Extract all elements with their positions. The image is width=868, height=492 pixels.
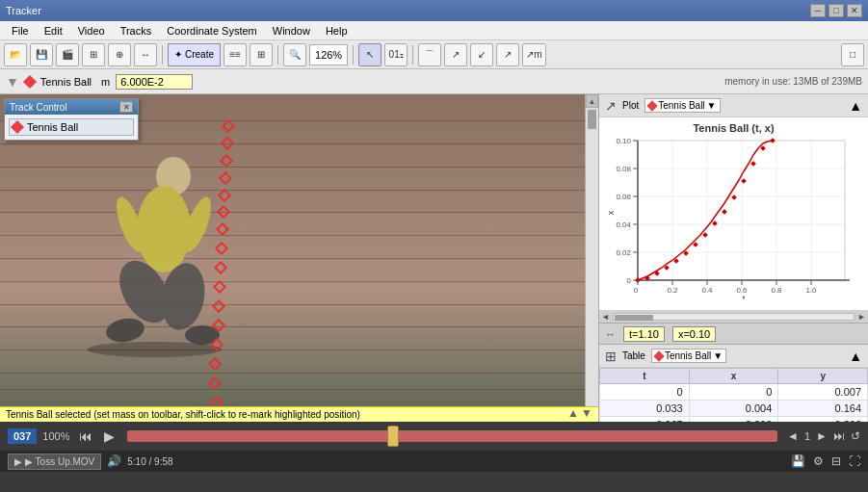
plot-chart-icon: ↗ [605, 98, 617, 114]
create-button[interactable]: ✦ Create [168, 43, 221, 66]
table-dropdown-diamond [653, 350, 664, 361]
table-collapse-button[interactable]: ▲ [849, 349, 862, 364]
svg-text:0.10: 0.10 [616, 137, 631, 145]
track-button4[interactable]: ↗m [522, 43, 545, 66]
track-list-item[interactable]: Tennis Ball [9, 118, 134, 136]
frame-forward-button[interactable]: ► [816, 429, 828, 443]
timeline-thumb[interactable] [387, 426, 399, 447]
track-bar-arrow[interactable]: ▼ [6, 74, 19, 90]
scroll-up-button[interactable]: ▲ [586, 94, 598, 108]
status-scroll-down[interactable]: ▼ [581, 406, 592, 420]
panel-icon[interactable]: ⊟ [831, 454, 841, 468]
col-header-x: x [689, 369, 778, 384]
save-status-icon[interactable]: 💾 [791, 454, 805, 468]
play-pause-button[interactable]: ▶ [101, 428, 118, 444]
plot-dropdown-label: Tennis Ball [658, 100, 704, 111]
clip-button[interactable]: 🎬 [56, 43, 79, 66]
save-button[interactable]: 💾 [30, 43, 53, 66]
cell-t0: 0 [600, 384, 690, 401]
scroll-thumb[interactable] [588, 110, 596, 129]
cell-x1: 0.004 [689, 401, 778, 417]
loop-button[interactable]: ↺ [851, 429, 860, 443]
minimize-button[interactable]: ─ [810, 4, 826, 17]
step-forward-button[interactable]: ⏭ [833, 429, 845, 443]
menu-coordinate-system[interactable]: Coordinate System [159, 23, 265, 39]
t-coord: t=1.10 [623, 326, 665, 342]
svg-text:0.4: 0.4 [701, 286, 713, 295]
open-button[interactable]: 📂 [4, 43, 27, 66]
track-control-body: Tennis Ball [5, 115, 138, 140]
separator-4 [412, 45, 413, 65]
separator-2 [277, 45, 278, 65]
curve-button[interactable]: ⌒ [418, 43, 441, 66]
pointer-button[interactable]: ↖ [358, 43, 381, 66]
app-title: Tracker [6, 5, 41, 16]
toolbar-extra2[interactable]: ⊞ [250, 43, 273, 66]
track-item-name: Tennis Ball [27, 121, 78, 133]
toolbar-extra1[interactable]: ≡≡ [224, 43, 247, 66]
chart-scroll-left[interactable]: ◄ [601, 312, 610, 322]
video-scrollbar[interactable]: ▲ ▼ [585, 94, 598, 422]
video-frame [0, 94, 598, 422]
x-coord: x=0.10 [672, 326, 716, 342]
zoom-percent: 100% [42, 430, 69, 442]
svg-text:0.8: 0.8 [771, 286, 782, 295]
svg-point-8 [87, 342, 222, 357]
video-panel[interactable]: Track Control ✕ Tennis Ball ▲ ▼ Tennis B… [0, 94, 598, 422]
video-file-button[interactable]: ▶ ▶ Toss Up.MOV [8, 453, 101, 470]
status-bar-left: ▶ ▶ Toss Up.MOV 🔊 5:10 / 9:58 [8, 453, 173, 470]
menu-video[interactable]: Video [70, 23, 113, 39]
track-button3[interactable]: ↗ [496, 43, 519, 66]
cell-x0: 0 [689, 384, 778, 401]
coords-bar: ↔ t=1.10 x=0.10 [599, 324, 868, 345]
close-button[interactable]: ✕ [847, 4, 862, 17]
menu-help[interactable]: Help [318, 23, 355, 39]
zoom-display: 126% [309, 44, 348, 65]
plot-collapse-button[interactable]: ▲ [849, 98, 862, 114]
plot-header: ↗ Plot Tennis Ball ▼ ▲ [599, 94, 868, 117]
track-button1[interactable]: ↗ [444, 43, 467, 66]
fullscreen-icon[interactable]: ⛶ [849, 454, 860, 468]
window-controls: ─ □ ✕ [810, 4, 862, 17]
zoom-out-button[interactable]: 🔍 [283, 43, 306, 66]
grid-button[interactable]: ⊞ [82, 43, 105, 66]
full-screen-button[interactable]: □ [841, 43, 864, 66]
table-content[interactable]: t x y 0 0 0.007 0.033 0.004 [599, 368, 868, 422]
svg-text:0: 0 [627, 276, 632, 285]
frame-back-button[interactable]: ◄ [787, 429, 799, 443]
title-bar: Tracker ─ □ ✕ [0, 0, 868, 21]
timeline[interactable] [127, 430, 778, 442]
menu-tracks[interactable]: Tracks [113, 23, 160, 39]
table-header: ⊞ Table Tennis Ball ▼ ▲ [599, 345, 868, 368]
mass-input[interactable] [116, 74, 193, 90]
step-back-button[interactable]: ⏮ [76, 428, 95, 444]
menu-window[interactable]: Window [265, 23, 318, 39]
chart-scroll-right[interactable]: ► [857, 312, 866, 322]
menu-file[interactable]: File [4, 23, 37, 39]
status-scroll-up[interactable]: ▲ [567, 406, 579, 420]
table-dropdown-arrow: ▼ [713, 350, 723, 361]
maximize-button[interactable]: □ [829, 4, 844, 17]
cell-y1: 0.164 [778, 401, 868, 417]
table-track-dropdown[interactable]: Tennis Ball ▼ [651, 349, 726, 363]
status-bar: ▶ ▶ Toss Up.MOV 🔊 5:10 / 9:58 💾 ⚙ ⊟ ⛶ [0, 451, 868, 472]
track-control-panel: Track Control ✕ Tennis Ball [4, 98, 139, 141]
settings-icon[interactable]: ⚙ [813, 454, 824, 468]
track-control-title: Track Control [10, 102, 67, 113]
track-button2[interactable]: ↙ [470, 43, 493, 66]
calibration-button[interactable]: ↔ [134, 43, 157, 66]
frame-counter: 1 [804, 430, 810, 442]
chart-scrollbar[interactable]: ◄ ► [599, 310, 868, 324]
chart-scroll-thumb[interactable] [615, 315, 653, 321]
menu-edit[interactable]: Edit [37, 23, 70, 39]
volume-icon[interactable]: 🔊 [107, 454, 121, 468]
separator-3 [353, 45, 354, 65]
frame-display: 037 [8, 428, 37, 444]
create-icon: ✦ [174, 49, 182, 60]
main-content: Track Control ✕ Tennis Ball ▲ ▼ Tennis B… [0, 94, 868, 422]
chart-area: Tennis Ball (t, x) [599, 117, 868, 310]
number-button[interactable]: 01₂ [384, 43, 408, 66]
track-control-close-button[interactable]: ✕ [119, 101, 133, 113]
coord-button[interactable]: ⊕ [108, 43, 131, 66]
plot-track-dropdown[interactable]: Tennis Ball ▼ [644, 98, 720, 113]
